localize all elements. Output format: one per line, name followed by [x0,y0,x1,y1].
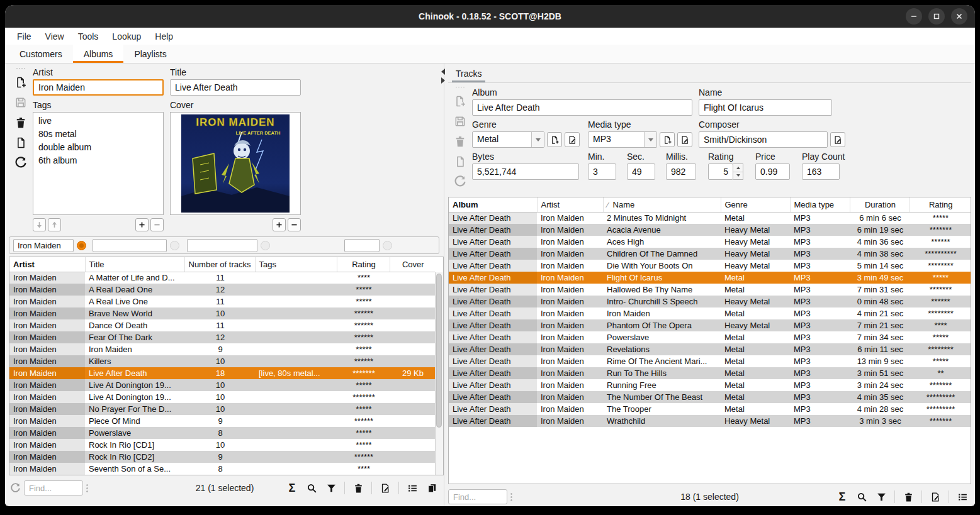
table-cell[interactable]: ***** [337,343,390,355]
refresh-find-button[interactable] [9,482,21,494]
table-cell[interactable]: Iron Maiden [537,236,603,248]
columns-button[interactable] [406,482,419,494]
table-cell[interactable] [255,355,337,367]
table-cell[interactable]: Iron Maiden [537,248,603,260]
edit-rows-button[interactable] [379,482,391,494]
table-cell[interactable]: 13 min 9 sec [850,355,910,367]
table-cell[interactable] [255,319,337,331]
table-cell[interactable]: Live After Death [449,331,537,343]
table-cell[interactable]: Iron Maiden [9,343,85,355]
tab-customers[interactable]: Customers [9,45,73,63]
table-cell[interactable]: Children Of The Damned [603,248,721,260]
table-cell[interactable]: Metal [721,284,790,296]
table-cell[interactable]: ***** [910,212,971,224]
table-cell[interactable]: Live After Death [449,284,537,296]
tag-item[interactable]: double album [33,141,163,154]
table-cell[interactable]: MP3 [790,212,850,224]
toolbar-handle[interactable] [16,67,26,69]
filter-button[interactable] [325,482,337,494]
title-filter-radio[interactable] [170,241,179,250]
table-cell[interactable]: ******* [910,415,971,427]
duplicate-button[interactable] [13,135,29,151]
column-header[interactable]: Number of tracks [184,257,255,272]
table-cell[interactable]: Intro- Churchill S Speech [603,296,721,307]
table-cell[interactable]: 7 min 34 sec [850,331,910,343]
table-cell[interactable]: Piece Of Mind [85,415,184,427]
table-row[interactable]: Live After DeathIron MaidenRime Of The A… [449,355,971,367]
add-record-button[interactable] [452,93,468,109]
delete-button[interactable] [13,114,29,131]
table-cell[interactable]: Rime Of The Ancient Mari... [603,355,721,367]
table-cell[interactable]: Iron Maiden [9,307,85,319]
table-cell[interactable] [255,296,337,307]
table-row[interactable]: Iron MaidenFear Of The Dark12****** [9,331,435,343]
table-cell[interactable]: Iron Maiden [9,439,85,451]
table-cell[interactable]: ******** [910,307,971,319]
table-cell[interactable]: 7 min 21 sec [850,319,910,331]
refresh-button[interactable] [452,174,468,190]
table-row[interactable]: Live After DeathIron MaidenThe TrooperMe… [449,403,971,415]
table-cell[interactable] [255,343,337,355]
table-cell[interactable]: 4 min 35 sec [850,391,910,403]
table-cell[interactable]: Metal [721,307,790,319]
table-cell[interactable]: Iron Maiden [537,212,603,224]
add-record-button[interactable] [13,74,29,91]
table-cell[interactable]: 4 min 28 sec [850,403,910,415]
table-cell[interactable]: Iron Maiden [603,307,721,319]
tracks-find-input[interactable] [448,489,507,504]
table-cell[interactable]: 10 [184,379,255,391]
edit-genre-button[interactable] [565,132,580,147]
table-row[interactable]: Iron MaidenKillers10****** [9,355,435,367]
table-cell[interactable]: Iron Maiden [537,307,603,319]
title-filter-input[interactable] [93,239,167,252]
table-cell[interactable]: 6 min 6 sec [850,212,910,224]
table-cell[interactable]: 12 [184,284,255,296]
table-cell[interactable]: Live At Donington 19... [85,379,184,391]
table-cell[interactable]: Live After Death [85,367,184,379]
table-cell[interactable]: Running Free [603,379,721,391]
menu-help[interactable]: Help [149,30,179,43]
table-cell[interactable]: Iron Maiden [537,403,603,415]
column-header[interactable]: Genre [721,197,790,212]
table-cell[interactable] [390,403,435,415]
table-cell[interactable]: 10 [184,391,255,403]
rating-filter-input[interactable] [344,239,380,252]
albums-table-header[interactable]: ArtistTitleNumber of tracksTagsRatingCov… [9,257,435,272]
table-cell[interactable]: 9 [184,451,255,463]
tags-filter-radio[interactable] [261,241,270,250]
table-cell[interactable]: ******* [337,367,390,379]
toolbar-handle[interactable] [455,86,465,88]
table-cell[interactable]: Iron Maiden [9,319,85,331]
tracks-table-header[interactable]: AlbumArtistNameGenreMedia typeDurationRa… [449,197,971,212]
table-cell[interactable]: ****** [337,451,390,463]
table-cell[interactable]: Powerslave [603,331,721,343]
table-row[interactable]: Live After DeathIron MaidenWrathchildHea… [449,415,971,427]
table-cell[interactable] [390,296,435,307]
table-cell[interactable]: Metal [721,367,790,379]
table-cell[interactable]: MP3 [790,296,850,307]
column-header[interactable]: Artist [537,197,603,212]
column-header[interactable]: Name [603,197,721,212]
table-cell[interactable]: MP3 [790,260,850,272]
table-cell[interactable]: ****** [337,355,390,367]
table-cell[interactable]: Iron Maiden [537,391,603,403]
table-cell[interactable]: Metal [721,355,790,367]
table-cell[interactable]: Live After Death [449,415,537,427]
bytes-field[interactable] [472,163,579,180]
menu-view[interactable]: View [40,30,70,43]
table-cell[interactable]: Heavy Metal [721,415,790,427]
table-cell[interactable]: 9 [184,415,255,427]
genre-combo[interactable]: Metal [472,131,544,148]
table-cell[interactable]: Iron Maiden [537,272,603,284]
table-cell[interactable]: Iron Maiden [9,463,85,475]
duplicate-view-button[interactable] [425,482,438,494]
table-cell[interactable]: Brave New World [85,307,184,319]
table-cell[interactable]: Live After Death [449,296,537,307]
table-cell[interactable]: MP3 [790,391,850,403]
move-tag-down-button[interactable] [33,218,46,231]
minimize-button[interactable] [906,8,922,25]
table-cell[interactable]: MP3 [790,248,850,260]
summary-button[interactable]: Σ [286,482,298,494]
table-cell[interactable]: Heavy Metal [721,260,790,272]
menu-lookup[interactable]: Lookup [106,30,147,43]
